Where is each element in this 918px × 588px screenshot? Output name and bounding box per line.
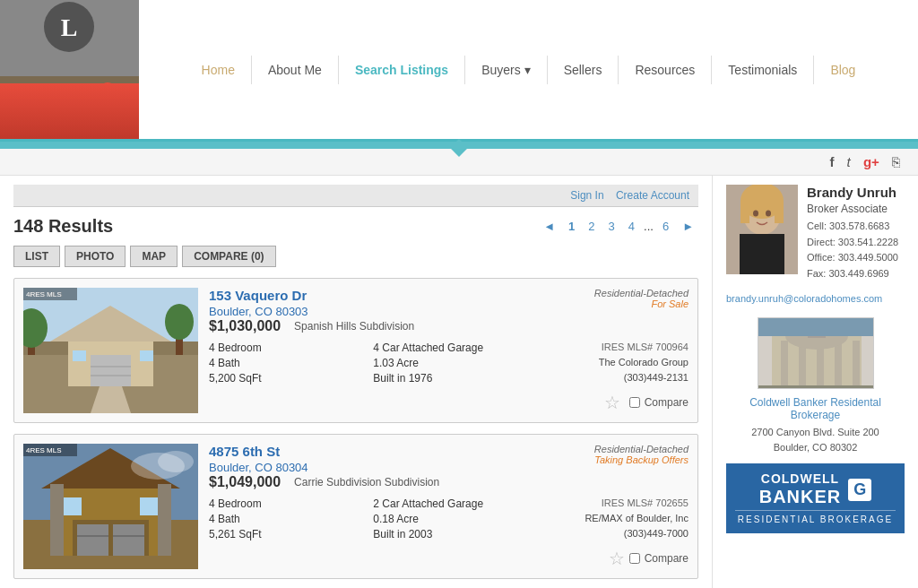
nav-sellers[interactable]: Sellers <box>548 56 619 84</box>
house1-svg: 4RES MLS 4RES MLS <box>23 288 198 413</box>
nav-blog[interactable]: Blog <box>814 56 871 84</box>
page-4[interactable]: 4 <box>624 218 639 235</box>
svg-point-24 <box>165 304 194 340</box>
listing-backup-2: Taking Backup Offers <box>594 454 688 465</box>
next-page[interactable]: ► <box>678 218 698 235</box>
nav-resources[interactable]: Resources <box>619 56 712 84</box>
agent-info-block: Brandy Unruh Broker Associate Cell: 303.… <box>726 185 905 281</box>
listing-details-2: 4 Bedroom 2 Car Attached Garage IRES MLS… <box>209 497 688 540</box>
rss-link[interactable]: ⎘ <box>892 154 900 169</box>
svg-rect-61 <box>853 341 860 389</box>
svg-rect-40 <box>50 484 64 556</box>
compare-label-1[interactable]: Compare <box>645 396 688 409</box>
agent-title: Broker Associate <box>807 203 898 215</box>
nav-search[interactable]: Search Listings <box>339 56 465 84</box>
agent-fax: Fax: 303.449.6969 <box>807 266 898 282</box>
listing-price-1: $1,030,000 <box>209 318 281 334</box>
prev-page[interactable]: ◄ <box>539 218 559 235</box>
compare-row-1: ☆ Compare <box>209 392 688 413</box>
page-3[interactable]: 3 <box>604 218 619 235</box>
listing-type-2: Residential-Detached <box>594 444 688 454</box>
svg-text:4RES MLS: 4RES MLS <box>26 290 62 298</box>
page-1[interactable]: 1 <box>564 218 579 235</box>
svg-rect-16 <box>91 355 131 386</box>
twitter-link[interactable]: t <box>847 154 851 169</box>
bedrooms-1: 4 Bedroom <box>209 342 359 354</box>
brokerage-building-svg <box>758 318 874 389</box>
listing-address-block-1: 153 Vaquero Dr Boulder, CO 80303 <box>209 288 308 318</box>
svg-rect-50 <box>740 201 749 223</box>
cb-g-icon: G <box>848 479 871 501</box>
svg-rect-52 <box>740 234 784 274</box>
content-area: Sign In Create Account 148 Results ◄ 1 2… <box>0 176 712 588</box>
svg-rect-20 <box>140 350 153 361</box>
sign-in-link[interactable]: Sign In <box>570 189 603 202</box>
page-2[interactable]: 2 <box>584 218 599 235</box>
listing-top-2: 4875 6th St Boulder, CO 80304 Residentia… <box>209 444 688 474</box>
nav-testimonials[interactable]: Testimonials <box>712 56 814 84</box>
create-account-link[interactable]: Create Account <box>616 189 689 202</box>
agent-email-link[interactable]: brandy.unruh@coloradohomes.com <box>726 289 905 304</box>
listing-details-1: 4 Bedroom 4 Car Attached Garage IRES MLS… <box>209 342 688 385</box>
acreage-1: 1.03 Acre <box>373 357 524 369</box>
tab-list[interactable]: LIST <box>13 246 60 267</box>
listing-subdivision-2: Carrie Subdivision Subdivision <box>294 476 439 489</box>
tab-photo[interactable]: PHOTO <box>65 246 126 267</box>
nav-home[interactable]: Home <box>186 56 252 84</box>
star-icon-2[interactable]: ☆ <box>609 548 625 569</box>
tab-map[interactable]: MAP <box>130 246 178 267</box>
bathrooms-2: 4 Bath <box>209 513 359 525</box>
view-tabs: LIST PHOTO MAP COMPARE (0) <box>13 246 698 267</box>
garage-2: 2 Car Attached Garage <box>373 497 524 510</box>
listing-city-1: Boulder, CO 80303 <box>209 305 308 318</box>
agent-company-1: The Colorado Group <box>538 357 688 369</box>
listing-price-row-2: $1,049,000 Carrie Subdivision Subdivisio… <box>209 474 688 490</box>
brokerage-link[interactable]: Coldwell Banker Residental Brokerage <box>726 396 905 421</box>
nav-about[interactable]: About Me <box>252 56 339 84</box>
brokerage-image <box>758 317 874 389</box>
results-count: 148 Results <box>13 216 113 237</box>
compare-checkbox-2[interactable] <box>629 553 640 564</box>
page-6[interactable]: 6 <box>658 218 673 235</box>
agent-photo-svg <box>726 185 798 274</box>
acreage-2: 0.18 Acre <box>373 513 524 525</box>
compare-label-2[interactable]: Compare <box>645 552 688 565</box>
cb-banking: BANKER <box>759 487 842 506</box>
listing-image-1[interactable]: 4RES MLS 4RES MLS <box>23 288 198 413</box>
svg-rect-51 <box>775 201 784 223</box>
listing-price-2: $1,049,000 <box>209 474 281 490</box>
compare-row-2: ☆ Compare <box>209 548 688 569</box>
built-1: Built in 1976 <box>373 372 524 385</box>
compare-checkbox-1[interactable] <box>629 397 640 408</box>
results-header: 148 Results ◄ 1 2 3 4 ... 6 ► <box>13 216 698 237</box>
listing-city-2: Boulder, CO 80304 <box>209 461 308 474</box>
bedrooms-2: 4 Bedroom <box>209 497 359 510</box>
mls-2: IRES MLS# 702655 <box>538 497 688 510</box>
svg-rect-57 <box>781 341 788 389</box>
svg-rect-19 <box>73 350 86 361</box>
listing-address-1: 153 Vaquero Dr <box>209 288 308 303</box>
agent-name: Brandy Unruh <box>807 185 898 200</box>
agent-company-2: RE/MAX of Boulder, Inc <box>538 513 688 525</box>
nav-buyers[interactable]: Buyers ▾ <box>465 56 547 84</box>
listing-card-1: 4RES MLS 4RES MLS 153 Vaquero Dr Boulder… <box>13 278 698 423</box>
listing-card-2: 4RES MLS 4RES MLS 4875 6th St Boulder, C… <box>13 434 698 579</box>
mls-1: IRES MLS# 700964 <box>538 342 688 354</box>
house2-svg: 4RES MLS 4RES MLS <box>23 444 198 569</box>
googleplus-link[interactable]: g+ <box>863 154 879 169</box>
bathrooms-1: 4 Bath <box>209 357 359 369</box>
agent-text-info: Brandy Unruh Broker Associate Cell: 303.… <box>807 185 898 281</box>
brokerage-address: 2700 Canyon Blvd. Suite 200 Boulder, CO … <box>726 425 905 454</box>
star-icon-1[interactable]: ☆ <box>604 392 620 413</box>
tab-compare[interactable]: COMPARE (0) <box>182 246 275 267</box>
facebook-link[interactable]: f <box>829 154 834 169</box>
listing-subdivision-1: Spanish Hills Subdivision <box>294 320 414 333</box>
agent-photo <box>726 185 798 274</box>
garage-1: 4 Car Attached Garage <box>373 342 524 354</box>
svg-rect-2 <box>0 76 139 94</box>
svg-rect-65 <box>758 385 874 389</box>
svg-point-3 <box>11 87 25 101</box>
listing-image-2[interactable]: 4RES MLS 4RES MLS <box>23 444 198 569</box>
agent-office: Office: 303.449.5000 <box>807 250 898 266</box>
svg-text:L: L <box>61 13 78 41</box>
